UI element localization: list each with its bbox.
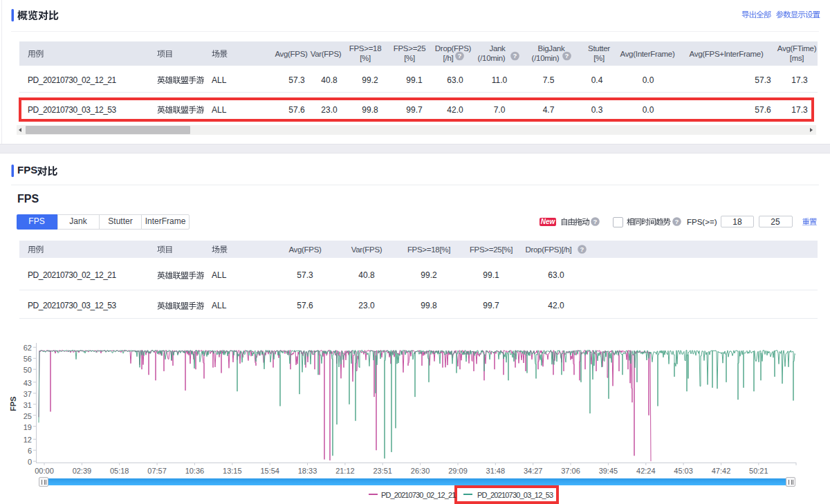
svg-text:?: ? xyxy=(513,52,517,59)
svg-text:?: ? xyxy=(458,52,462,59)
svg-text:?: ? xyxy=(580,245,584,253)
svg-text:?: ? xyxy=(565,52,569,59)
svg-text:?: ? xyxy=(593,218,598,225)
svg-text:?: ? xyxy=(675,218,679,225)
